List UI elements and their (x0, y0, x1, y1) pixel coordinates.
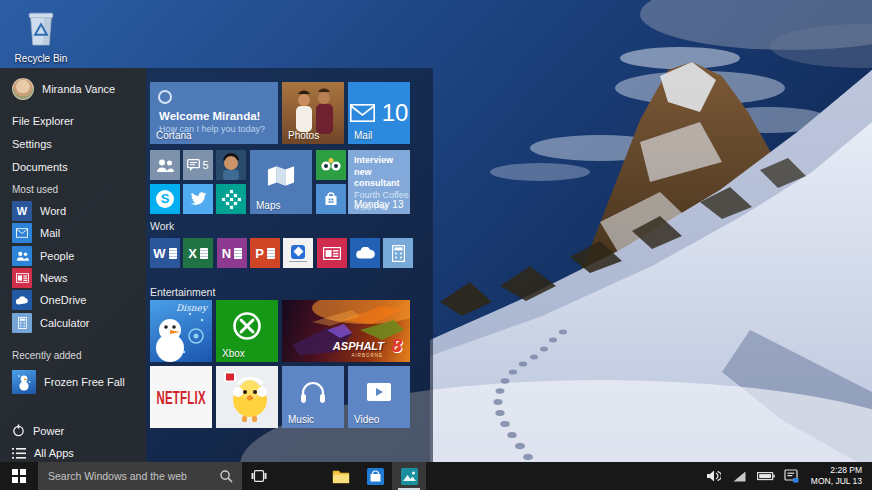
sidebar-item-mail[interactable]: Mail (12, 223, 60, 243)
power-button[interactable]: Power (12, 424, 64, 437)
clock-date: MON, JUL 13 (811, 476, 862, 487)
action-center-button[interactable] (781, 462, 803, 490)
people-icon (12, 246, 32, 266)
tile-photo-contact[interactable] (216, 150, 246, 180)
user-account[interactable]: Miranda Vance (12, 78, 115, 100)
maps-icon (266, 164, 296, 188)
tile-news[interactable] (317, 238, 347, 268)
cortana-icon (158, 90, 172, 104)
taskbar-photos-active[interactable] (392, 462, 426, 490)
taskbar-store[interactable] (358, 462, 392, 490)
store-icon (367, 468, 384, 485)
asphalt-subtitle: AIRBORNE (351, 353, 383, 358)
office-app-icon (291, 245, 305, 259)
taskbar-clock[interactable]: 2:28 PM MON, JUL 13 (807, 465, 866, 488)
sidebar-item-people[interactable]: People (12, 246, 74, 266)
tile-messaging[interactable]: 5 (183, 150, 213, 180)
sidebar-item-documents[interactable]: Documents (12, 161, 68, 173)
battery-button[interactable] (755, 462, 777, 490)
network-button[interactable] (729, 462, 751, 490)
taskbar-file-explorer[interactable] (324, 462, 358, 490)
tile-calendar[interactable]: Interview new consultant Fourth Coffee 4… (348, 150, 410, 214)
start-menu: Miranda Vance File Explorer Settings Doc… (0, 68, 433, 462)
calendar-event-title: Interview new consultant (354, 155, 410, 190)
tile-mail[interactable]: 10 Mail (348, 82, 410, 144)
tile-music[interactable]: Music (282, 366, 344, 428)
tile-tripadvisor[interactable] (316, 150, 346, 180)
tile-people[interactable] (150, 150, 180, 180)
recycle-bin[interactable]: Recycle Bin (10, 8, 72, 64)
tile-video[interactable]: Video (348, 366, 410, 428)
tile-powerpoint[interactable]: P (250, 238, 280, 268)
tile-excel[interactable]: X (183, 238, 213, 268)
twitter-bird-icon (190, 192, 207, 206)
word-icon: W (12, 201, 32, 221)
system-tray: 2:28 PM MON, JUL 13 (703, 462, 872, 490)
video-play-icon (366, 382, 392, 402)
action-center-icon (784, 469, 799, 483)
tile-office-app[interactable] (283, 238, 313, 268)
sidebar-item-news[interactable]: News (12, 268, 68, 288)
tile-onedrive[interactable] (350, 238, 380, 268)
skype-icon: S (156, 190, 174, 208)
recently-added-header: Recently added (12, 350, 82, 361)
sidebar-item-word[interactable]: W Word (12, 201, 66, 221)
tile-asphalt-8[interactable]: ASPHALT 8 AIRBORNE (282, 300, 410, 362)
all-apps-icon (12, 448, 26, 459)
tile-word[interactable]: W (150, 238, 180, 268)
windows-logo-icon (12, 469, 26, 483)
tile-calculator[interactable] (383, 238, 413, 268)
asphalt-title: ASPHALT (333, 340, 384, 352)
task-view-button[interactable] (242, 462, 276, 490)
sidebar-item-onedrive[interactable]: OneDrive (12, 290, 86, 310)
search-icon (220, 470, 233, 483)
tile-frozen-free-fall[interactable]: Disney (150, 300, 212, 362)
work-group-header: Work (150, 220, 174, 232)
store-bag-icon (323, 191, 339, 207)
volume-button[interactable] (703, 462, 725, 490)
tile-maps[interactable]: Maps (250, 150, 312, 214)
sidebar-item-calculator[interactable]: Calculator (12, 313, 90, 333)
mail-icon (12, 223, 32, 243)
start-button[interactable] (0, 462, 38, 490)
tile-skype[interactable]: S (150, 184, 180, 214)
all-apps-button[interactable]: All Apps (12, 447, 74, 459)
tile-twitter[interactable] (183, 184, 213, 214)
news-icon (323, 247, 341, 260)
sidebar-item-file-explorer[interactable]: File Explorer (12, 115, 74, 127)
tile-onenote[interactable]: N (217, 238, 247, 268)
recycle-bin-icon (23, 8, 59, 48)
tripadvisor-owl-icon (320, 158, 342, 172)
mail-unread-count: 10 (382, 99, 409, 127)
search-input[interactable] (38, 462, 242, 490)
onedrive-icon (12, 290, 32, 310)
messaging-icon (187, 159, 200, 171)
powerpoint-icon: P (255, 246, 264, 261)
tile-store[interactable] (316, 184, 346, 214)
news-icon (12, 268, 32, 288)
tile-chick-game[interactable] (216, 366, 278, 428)
calendar-date: Monday 13 (354, 199, 403, 210)
tile-xbox[interactable]: Xbox (216, 300, 278, 362)
olaf-snowman-graphic (150, 300, 212, 362)
sidebar-item-frozen-free-fall[interactable]: Frozen Free Fall (12, 370, 125, 394)
frozen-free-fall-icon (12, 370, 36, 394)
sidebar-item-settings[interactable]: Settings (12, 138, 52, 150)
clock-time: 2:28 PM (811, 465, 862, 476)
word-icon: W (153, 246, 165, 261)
tile-photos[interactable]: Photos (282, 82, 344, 144)
excel-icon: X (188, 246, 197, 261)
file-explorer-icon (332, 469, 350, 484)
calculator-icon (12, 313, 32, 333)
taskbar-search[interactable] (38, 462, 242, 490)
chick-game-art (216, 366, 278, 428)
tile-cortana[interactable]: Welcome Miranda! How can I help you toda… (150, 82, 278, 144)
wifi-icon (733, 471, 746, 482)
task-view-icon (251, 470, 267, 482)
tile-dots-app[interactable] (216, 184, 246, 214)
power-icon (12, 424, 25, 437)
photos-icon (401, 468, 418, 485)
netflix-wordmark: NETFLIX (156, 387, 206, 407)
tile-netflix[interactable]: NETFLIX (150, 366, 212, 428)
volume-icon (707, 470, 721, 482)
